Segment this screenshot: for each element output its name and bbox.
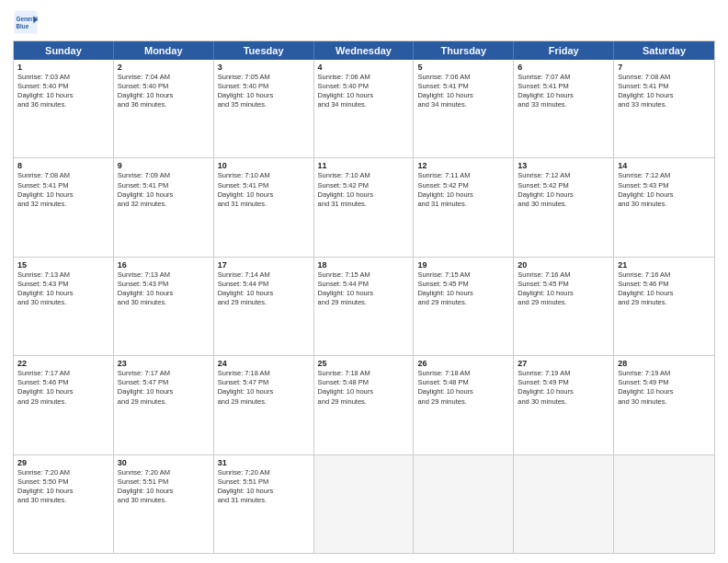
cell-line: Sunrise: 7:16 AM — [518, 270, 609, 280]
cell-line: Sunrise: 7:10 AM — [318, 171, 410, 180]
cell-line: Sunset: 5:44 PM — [218, 280, 310, 289]
cell-line: Sunrise: 7:20 AM — [17, 468, 109, 477]
cal-cell-empty — [314, 455, 415, 553]
cal-cell-empty — [514, 455, 614, 553]
cal-cell-day-27: 27Sunrise: 7:19 AMSunset: 5:49 PMDayligh… — [514, 356, 614, 454]
cal-cell-day-25: 25Sunrise: 7:18 AMSunset: 5:48 PMDayligh… — [314, 356, 415, 454]
cal-cell-day-12: 12Sunrise: 7:11 AMSunset: 5:42 PMDayligh… — [414, 158, 514, 256]
day-number: 6 — [518, 63, 609, 72]
cell-line: and 34 minutes. — [318, 100, 410, 109]
cell-line: Sunrise: 7:13 AM — [118, 270, 210, 280]
cal-cell-day-18: 18Sunrise: 7:15 AMSunset: 5:44 PMDayligh… — [314, 258, 415, 355]
cell-line: Sunset: 5:40 PM — [17, 82, 109, 91]
cell-line: Daylight: 10 hours — [118, 190, 210, 200]
cell-line: and 35 minutes. — [218, 100, 310, 109]
day-number: 11 — [318, 161, 410, 170]
day-number: 27 — [518, 359, 609, 368]
cell-line: Daylight: 10 hours — [518, 190, 609, 200]
cell-line: Daylight: 10 hours — [17, 91, 109, 100]
cell-line: Daylight: 10 hours — [218, 387, 310, 396]
cal-cell-day-3: 3Sunrise: 7:05 AMSunset: 5:40 PMDaylight… — [214, 60, 314, 157]
cell-line: Daylight: 10 hours — [318, 387, 410, 396]
cal-cell-day-26: 26Sunrise: 7:18 AMSunset: 5:48 PMDayligh… — [414, 356, 514, 454]
day-number: 19 — [417, 260, 509, 270]
calendar-header: SundayMondayTuesdayWednesdayThursdayFrid… — [14, 41, 714, 60]
weekday-header-tuesday: Tuesday — [214, 41, 314, 60]
weekday-header-monday: Monday — [114, 41, 214, 60]
day-number: 18 — [318, 260, 410, 270]
cell-line: Sunrise: 7:20 AM — [218, 468, 310, 477]
logo-icon: General Blue — [13, 9, 39, 35]
cal-cell-day-6: 6Sunrise: 7:07 AMSunset: 5:41 PMDaylight… — [514, 60, 614, 157]
cell-line: and 32 minutes. — [17, 200, 109, 209]
day-number: 22 — [17, 359, 109, 368]
cell-line: Sunset: 5:51 PM — [218, 477, 310, 487]
cell-line: Sunset: 5:40 PM — [218, 82, 310, 91]
cal-cell-day-7: 7Sunrise: 7:08 AMSunset: 5:41 PMDaylight… — [614, 60, 714, 157]
cell-line: and 29 minutes. — [417, 298, 509, 307]
cell-line: and 33 minutes. — [618, 100, 711, 109]
calendar-row-3: 22Sunrise: 7:17 AMSunset: 5:46 PMDayligh… — [14, 356, 714, 454]
cell-line: Daylight: 10 hours — [218, 289, 310, 298]
logo: General Blue — [13, 9, 42, 35]
cell-line: and 34 minutes. — [417, 100, 509, 109]
day-number: 3 — [218, 63, 310, 72]
cell-line: Sunset: 5:47 PM — [118, 378, 210, 387]
calendar-row-4: 29Sunrise: 7:20 AMSunset: 5:50 PMDayligh… — [14, 455, 714, 553]
cell-line: Sunset: 5:41 PM — [618, 82, 711, 91]
day-number: 8 — [17, 161, 109, 170]
cell-line: and 30 minutes. — [518, 397, 609, 407]
cell-line: Daylight: 10 hours — [518, 387, 609, 396]
cal-cell-day-2: 2Sunrise: 7:04 AMSunset: 5:40 PMDaylight… — [114, 60, 214, 157]
cell-line: Sunset: 5:45 PM — [518, 280, 609, 289]
cell-line: Sunset: 5:45 PM — [417, 280, 509, 289]
cell-line: Daylight: 10 hours — [318, 190, 410, 200]
cell-line: Sunrise: 7:12 AM — [618, 171, 711, 180]
day-number: 21 — [618, 260, 711, 270]
cell-line: Sunset: 5:41 PM — [417, 82, 509, 91]
cal-cell-day-11: 11Sunrise: 7:10 AMSunset: 5:42 PMDayligh… — [314, 158, 415, 256]
day-number: 16 — [118, 260, 210, 270]
weekday-header-saturday: Saturday — [614, 41, 714, 60]
header: General Blue — [13, 9, 715, 35]
cell-line: Daylight: 10 hours — [618, 387, 711, 396]
cell-line: and 29 minutes. — [618, 298, 711, 307]
cal-cell-empty — [614, 455, 714, 553]
cell-line: Sunset: 5:48 PM — [417, 378, 509, 387]
cell-line: Sunset: 5:41 PM — [218, 181, 310, 190]
cell-line: and 29 minutes. — [318, 397, 410, 407]
cell-line: Sunrise: 7:19 AM — [618, 369, 711, 378]
cell-line: Sunrise: 7:14 AM — [218, 270, 310, 280]
svg-text:Blue: Blue — [17, 23, 29, 29]
cal-cell-day-22: 22Sunrise: 7:17 AMSunset: 5:46 PMDayligh… — [14, 356, 114, 454]
cal-cell-day-8: 8Sunrise: 7:08 AMSunset: 5:41 PMDaylight… — [14, 158, 114, 256]
cell-line: Sunrise: 7:17 AM — [118, 369, 210, 378]
cell-line: Daylight: 10 hours — [218, 91, 310, 100]
cell-line: Sunrise: 7:09 AM — [118, 171, 210, 180]
day-number: 29 — [17, 458, 109, 467]
cell-line: Sunrise: 7:13 AM — [17, 270, 109, 280]
cell-line: and 31 minutes. — [218, 200, 310, 209]
cell-line: Sunrise: 7:03 AM — [17, 73, 109, 82]
calendar: SundayMondayTuesdayWednesdayThursdayFrid… — [13, 40, 715, 554]
day-number: 2 — [118, 63, 210, 72]
cell-line: Sunset: 5:46 PM — [17, 378, 109, 387]
weekday-header-wednesday: Wednesday — [314, 41, 415, 60]
cell-line: Daylight: 10 hours — [417, 289, 509, 298]
day-number: 1 — [17, 63, 109, 72]
calendar-body: 1Sunrise: 7:03 AMSunset: 5:40 PMDaylight… — [14, 60, 714, 553]
cell-line: Daylight: 10 hours — [118, 289, 210, 298]
cell-line: Sunrise: 7:15 AM — [318, 270, 410, 280]
cell-line: and 36 minutes. — [17, 100, 109, 109]
day-number: 20 — [518, 260, 609, 270]
cal-cell-day-29: 29Sunrise: 7:20 AMSunset: 5:50 PMDayligh… — [14, 455, 114, 553]
cal-cell-day-17: 17Sunrise: 7:14 AMSunset: 5:44 PMDayligh… — [214, 258, 314, 355]
cell-line: Sunset: 5:44 PM — [318, 280, 410, 289]
cell-line: and 30 minutes. — [518, 200, 609, 209]
cell-line: Daylight: 10 hours — [218, 487, 310, 496]
cell-line: Sunrise: 7:17 AM — [17, 369, 109, 378]
cell-line: Daylight: 10 hours — [518, 91, 609, 100]
cal-cell-day-5: 5Sunrise: 7:06 AMSunset: 5:41 PMDaylight… — [414, 60, 514, 157]
cal-cell-day-15: 15Sunrise: 7:13 AMSunset: 5:43 PMDayligh… — [14, 258, 114, 355]
cell-line: Sunrise: 7:16 AM — [618, 270, 711, 280]
